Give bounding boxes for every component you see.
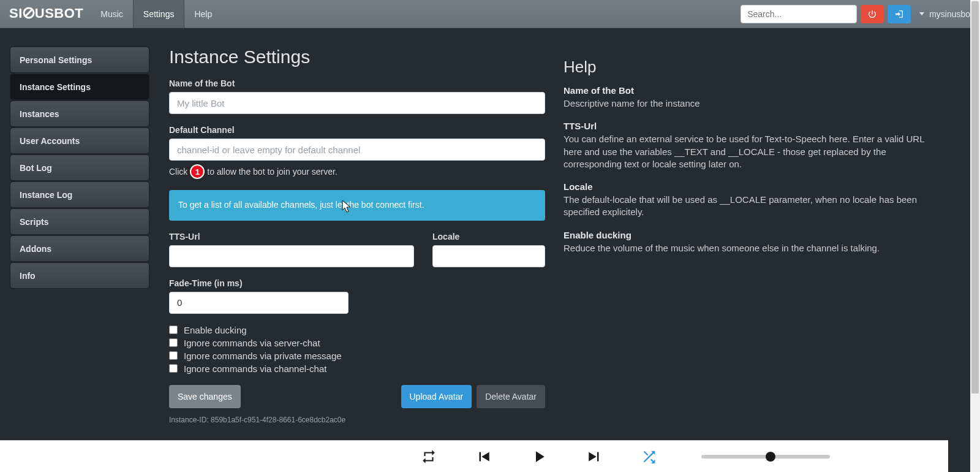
skip-next-icon — [585, 447, 603, 466]
bot-name-label: Name of the Bot — [169, 78, 545, 88]
help-item-title: Name of the Bot — [564, 85, 942, 96]
sidebar-item-instance-settings[interactable]: Instance Settings — [10, 74, 149, 100]
logout-button[interactable] — [888, 5, 911, 23]
logout-icon — [894, 9, 904, 19]
check-ignore-server-chat[interactable]: Ignore commands via server-chat — [169, 338, 545, 348]
check-enable-ducking-box[interactable] — [169, 325, 178, 334]
prev-track-button[interactable] — [456, 447, 511, 466]
upload-avatar-button[interactable]: Upload Avatar — [401, 385, 472, 408]
sidebar-item-user-accounts[interactable]: User Accounts — [10, 128, 149, 154]
help-item-title: TTS-Url — [564, 121, 942, 131]
help-item-body: The default-locale that will be used as … — [564, 194, 942, 219]
help-panel: Help Name of the BotDescriptive name for… — [564, 47, 942, 429]
sidebar-item-scripts[interactable]: Scripts — [10, 208, 149, 235]
check-ignore-private-msg-box[interactable] — [169, 351, 178, 360]
player-bar — [0, 440, 948, 472]
help-title: Help — [564, 58, 942, 77]
sidebar-item-addons[interactable]: Addons — [10, 235, 149, 262]
step-badge: 1 — [190, 164, 205, 179]
next-track-button[interactable] — [567, 447, 622, 466]
play-icon — [530, 447, 548, 466]
delete-avatar-button[interactable]: Delete Avatar — [477, 385, 545, 408]
shuffle-icon — [641, 448, 658, 465]
repeat-icon — [421, 449, 437, 465]
search-input[interactable] — [741, 5, 857, 23]
check-ignore-private-msg[interactable]: Ignore commands via private message — [169, 351, 545, 361]
play-button[interactable] — [511, 447, 567, 466]
progress-bar[interactable] — [701, 455, 830, 459]
fade-time-input[interactable] — [169, 292, 349, 314]
skip-previous-icon — [475, 447, 493, 466]
scrollbar-track[interactable] — [970, 0, 980, 472]
sidebar: Personal Settings Instance Settings Inst… — [10, 47, 149, 429]
caret-down-icon — [919, 12, 924, 15]
tts-url-input[interactable] — [169, 245, 414, 267]
fade-time-label: Fade-Time (in ms) — [169, 278, 545, 288]
nav-music[interactable]: Music — [91, 0, 133, 28]
sidebar-item-instances[interactable]: Instances — [10, 101, 149, 127]
repeat-button[interactable] — [401, 449, 456, 465]
locale-input[interactable] — [432, 245, 545, 267]
shuffle-button[interactable] — [622, 448, 677, 465]
sidebar-item-bot-log[interactable]: Bot Log — [10, 154, 149, 181]
brand-logo: SI USBOT — [7, 6, 91, 23]
main-content: Instance Settings Name of the Bot Defaul… — [169, 47, 545, 429]
page-title: Instance Settings — [169, 47, 545, 67]
scrollbar-thumb[interactable] — [971, 1, 979, 394]
power-button[interactable] — [861, 5, 884, 23]
default-channel-input[interactable] — [169, 139, 545, 161]
help-item-title: Locale — [564, 181, 942, 192]
help-item-body: Descriptive name for the instance — [564, 97, 942, 110]
nav-settings[interactable]: Settings — [133, 0, 185, 28]
top-bar: SI USBOT Music Settings Help mysinusbot — [0, 0, 980, 28]
username: mysinusbot — [929, 9, 973, 19]
info-alert: To get a list of all available channels,… — [169, 190, 545, 221]
help-item-body: You can define an external service to be… — [564, 133, 942, 170]
help-item-body: Reduce the volume of the music when some… — [564, 242, 942, 254]
sidebar-item-info[interactable]: Info — [10, 262, 149, 289]
check-ignore-server-chat-box[interactable] — [169, 338, 178, 347]
default-channel-label: Default Channel — [169, 125, 545, 135]
help-item-title: Enable ducking — [564, 230, 942, 240]
sidebar-item-personal-settings[interactable]: Personal Settings — [10, 47, 149, 73]
join-server-hint: Click 1 to allow the bot to join your se… — [169, 164, 545, 179]
progress-knob[interactable] — [766, 452, 775, 462]
tts-url-label: TTS-Url — [169, 232, 414, 242]
check-ignore-channel-chat-box[interactable] — [169, 364, 178, 373]
bot-name-input[interactable] — [169, 92, 545, 114]
locale-label: Locale — [432, 232, 545, 242]
sidebar-item-instance-log[interactable]: Instance Log — [10, 181, 149, 208]
user-menu[interactable]: mysinusbot — [919, 9, 973, 19]
check-ignore-channel-chat[interactable]: Ignore commands via channel-chat — [169, 364, 545, 374]
nav-help[interactable]: Help — [184, 0, 222, 28]
svg-line-1 — [26, 10, 32, 16]
check-enable-ducking[interactable]: Enable ducking — [169, 325, 545, 335]
instance-id: Instance-ID: 859b1a5f-c951-4f28-8661-6ce… — [169, 416, 545, 424]
top-nav: Music Settings Help — [91, 0, 222, 28]
power-icon — [867, 9, 877, 19]
save-button[interactable]: Save changes — [169, 385, 241, 408]
